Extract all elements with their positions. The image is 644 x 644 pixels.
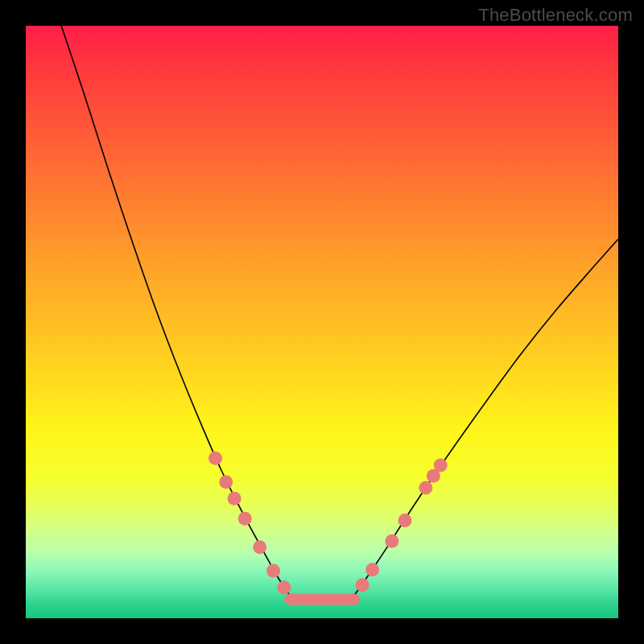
- data-marker: [385, 535, 398, 548]
- chart-svg: [26, 26, 618, 618]
- left-curve: [61, 26, 290, 596]
- data-marker: [434, 459, 448, 473]
- data-marker: [398, 514, 412, 527]
- plot-area: [26, 26, 618, 618]
- data-marker: [277, 580, 291, 594]
- data-marker: [253, 540, 266, 554]
- data-marker: [208, 452, 222, 465]
- watermark-text: TheBottleneck.com: [478, 5, 633, 26]
- data-marker: [419, 481, 432, 495]
- data-marker: [228, 492, 242, 506]
- chart-frame: TheBottleneck.com: [0, 0, 644, 644]
- data-marker: [238, 512, 252, 526]
- data-marker: [365, 563, 379, 576]
- data-marker: [266, 564, 280, 578]
- data-marker: [219, 475, 233, 489]
- data-marker: [356, 578, 369, 592]
